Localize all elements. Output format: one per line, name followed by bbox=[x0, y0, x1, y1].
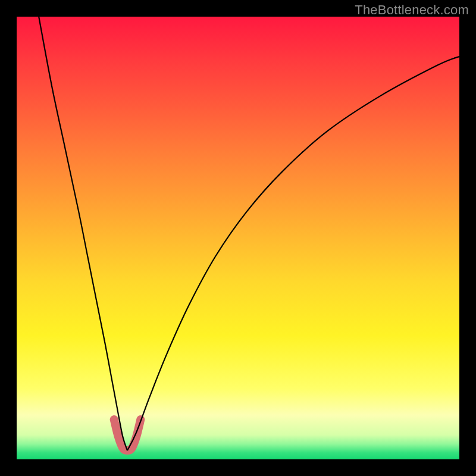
curve-right-branch bbox=[127, 57, 459, 450]
chart-frame: TheBottleneck.com bbox=[0, 0, 476, 476]
curve-left-branch bbox=[39, 17, 127, 450]
watermark-text: TheBottleneck.com bbox=[355, 2, 469, 18]
plot-area bbox=[17, 17, 459, 459]
valley-marker bbox=[114, 419, 141, 450]
chart-curves bbox=[17, 17, 459, 459]
